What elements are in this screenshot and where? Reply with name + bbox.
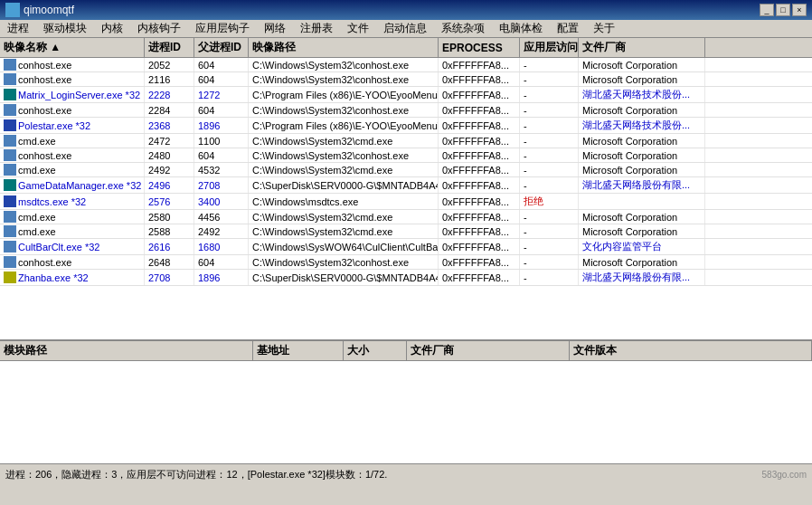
mod-col-size[interactable]: 大小 — [344, 341, 407, 360]
menu-startup[interactable]: 启动信息 — [376, 20, 434, 37]
menu-misc[interactable]: 系统杂项 — [434, 20, 492, 37]
cell-eprocess: 0xFFFFFFA8... — [439, 103, 520, 117]
title-bar-left: qimoomqtf — [5, 3, 74, 17]
table-row[interactable]: conhost.exe 2116 604 C:\Windows\System32… — [0, 72, 812, 87]
mod-col-version[interactable]: 文件版本 — [570, 341, 812, 360]
cell-ppid: 1272 — [194, 87, 249, 102]
cell-path: C:\Windows\SysWOW64\CulClient\CultBarcl.… — [249, 239, 439, 254]
process-name: conhost.exe — [18, 74, 71, 85]
cell-name: cmd.exe — [0, 224, 145, 238]
process-name: conhost.exe — [18, 150, 71, 161]
table-row[interactable]: Matrix_LoginServer.exe *32 2228 1272 C:\… — [0, 87, 812, 103]
cell-vendor: Microsoft Corporation — [579, 58, 705, 71]
col-header-pid[interactable]: 进程ID — [145, 38, 194, 57]
process-name: CultBarClt.exe *32 — [18, 242, 100, 252]
cell-vendor: Microsoft Corporation — [579, 255, 705, 269]
cell-pid: 2648 — [145, 255, 194, 269]
table-row[interactable]: cmd.exe 2472 1100 C:\Windows\System32\cm… — [0, 134, 812, 148]
process-table-header: 映像名称 ▲ 进程ID 父进程ID 映像路径 EPROCESS 应用层访问...… — [0, 38, 812, 58]
col-header-name[interactable]: 映像名称 ▲ — [0, 38, 145, 57]
col-header-eprocess[interactable]: EPROCESS — [439, 38, 520, 57]
cell-name: msdtcs.exe *32 — [0, 194, 145, 209]
cell-name: Zhanba.exe *32 — [0, 270, 145, 285]
minimize-button[interactable]: _ — [760, 4, 774, 16]
cell-access: - — [520, 58, 579, 71]
cell-name: Matrix_LoginServer.exe *32 — [0, 87, 145, 102]
table-row[interactable]: CultBarClt.exe *32 2616 1680 C:\Windows\… — [0, 239, 812, 255]
menu-process[interactable]: 进程 — [0, 20, 36, 37]
table-row[interactable]: cmd.exe 2580 4456 C:\Windows\System32\cm… — [0, 210, 812, 224]
cell-access: - — [520, 87, 579, 102]
cell-vendor: Microsoft Corporation — [579, 224, 705, 238]
table-row[interactable]: cmd.exe 2588 2492 C:\Windows\System32\cm… — [0, 224, 812, 239]
module-table-body[interactable] — [0, 361, 812, 461]
process-name: conhost.exe — [18, 257, 71, 268]
process-table-area: 映像名称 ▲ 进程ID 父进程ID 映像路径 EPROCESS 应用层访问...… — [0, 38, 812, 341]
table-row[interactable]: conhost.exe 2480 604 C:\Windows\System32… — [0, 148, 812, 163]
menu-network[interactable]: 网络 — [257, 20, 293, 37]
menu-about[interactable]: 关于 — [586, 20, 622, 37]
cell-eprocess: 0xFFFFFFA8... — [439, 148, 520, 162]
cell-vendor: Microsoft Corporation — [579, 134, 705, 148]
cell-pid: 2576 — [145, 194, 194, 209]
cell-name: cmd.exe — [0, 163, 145, 176]
maximize-button[interactable]: □ — [776, 4, 790, 16]
cell-pid: 2368 — [145, 118, 194, 133]
cell-access: 拒绝 — [520, 194, 579, 209]
process-icon — [4, 241, 16, 252]
cell-pid: 2052 — [145, 58, 194, 71]
main-content: 映像名称 ▲ 进程ID 父进程ID 映像路径 EPROCESS 应用层访问...… — [0, 38, 812, 463]
col-header-access[interactable]: 应用层访问... — [520, 38, 579, 57]
cell-ppid: 2708 — [194, 177, 249, 193]
cell-path: C:\Windows\System32\conhost.exe — [249, 148, 439, 162]
cell-eprocess: 0xFFFFFFA8... — [439, 255, 520, 269]
process-icon — [4, 164, 16, 176]
cell-path: C:\Windows\msdtcs.exe — [249, 194, 439, 209]
table-row[interactable]: conhost.exe 2052 604 C:\Windows\System32… — [0, 58, 812, 72]
cell-pid: 2472 — [145, 134, 194, 148]
mod-col-base[interactable]: 基地址 — [253, 341, 344, 360]
table-row[interactable]: conhost.exe 2648 604 C:\Windows\System32… — [0, 255, 812, 270]
menu-registry[interactable]: 注册表 — [293, 20, 340, 37]
menu-kernel-hook[interactable]: 内核钩子 — [130, 20, 188, 37]
table-row[interactable]: conhost.exe 2284 604 C:\Windows\System32… — [0, 103, 812, 118]
process-table-body[interactable]: conhost.exe 2052 604 C:\Windows\System32… — [0, 58, 812, 307]
cell-name: GameDataManager.exe *32 — [0, 177, 145, 193]
menu-config[interactable]: 配置 — [550, 20, 586, 37]
process-name: Zhanba.exe *32 — [18, 272, 89, 283]
cell-pid: 2616 — [145, 239, 194, 254]
cell-access: - — [520, 163, 579, 176]
cell-vendor: Microsoft Corporation — [579, 163, 705, 176]
cell-name: CultBarClt.exe *32 — [0, 239, 145, 254]
close-button[interactable]: × — [792, 4, 807, 16]
col-header-path[interactable]: 映像路径 — [249, 38, 439, 57]
menu-driver[interactable]: 驱动模块 — [36, 20, 94, 37]
menu-check[interactable]: 电脑体检 — [492, 20, 550, 37]
cell-ppid: 604 — [194, 103, 249, 117]
menu-kernel[interactable]: 内核 — [94, 20, 130, 37]
menu-app-hook[interactable]: 应用层钩子 — [188, 20, 257, 37]
cell-name: conhost.exe — [0, 103, 145, 117]
process-icon — [4, 59, 16, 71]
table-row[interactable]: Polestar.exe *32 2368 1896 C:\Program Fi… — [0, 118, 812, 134]
process-icon — [4, 135, 16, 147]
cell-access: - — [520, 118, 579, 133]
mod-col-vendor[interactable]: 文件厂商 — [407, 341, 570, 360]
cell-access: - — [520, 103, 579, 117]
process-name: cmd.exe — [18, 226, 56, 237]
table-row[interactable]: msdtcs.exe *32 2576 3400 C:\Windows\msdt… — [0, 194, 812, 210]
mod-col-path[interactable]: 模块路径 — [0, 341, 253, 360]
cell-pid: 2116 — [145, 72, 194, 86]
menu-file[interactable]: 文件 — [340, 20, 376, 37]
window-controls: _ □ × — [760, 4, 807, 16]
cell-access: - — [520, 148, 579, 162]
col-header-ppid[interactable]: 父进程ID — [194, 38, 249, 57]
col-header-vendor[interactable]: 文件厂商 — [579, 38, 705, 57]
cell-access: - — [520, 239, 579, 254]
cell-access: - — [520, 134, 579, 148]
table-row[interactable]: cmd.exe 2492 4532 C:\Windows\System32\cm… — [0, 163, 812, 177]
cell-access: - — [520, 270, 579, 285]
process-name: conhost.exe — [18, 105, 71, 116]
table-row[interactable]: Zhanba.exe *32 2708 1896 C:\SuperDisk\SE… — [0, 270, 812, 286]
table-row[interactable]: GameDataManager.exe *32 2496 2708 C:\Sup… — [0, 177, 812, 194]
